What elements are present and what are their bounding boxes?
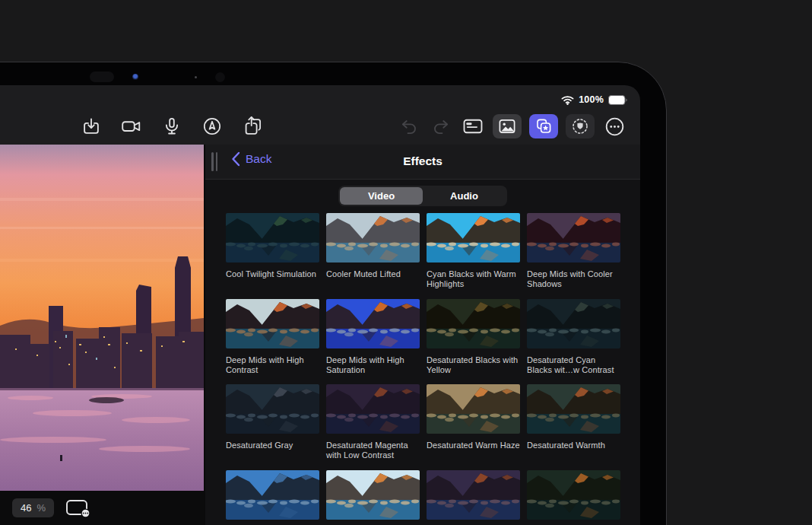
panel-title: Effects [205, 154, 640, 168]
import-button[interactable] [79, 114, 103, 138]
effect-thumbnail[interactable] [326, 299, 420, 348]
effect-label: Desaturated Magenta with Low Contrast [326, 441, 420, 460]
effect-label: Deep Mids with High Contrast [226, 355, 319, 375]
ipad-screen: 100% [0, 85, 640, 525]
viewer-options-icon [65, 498, 91, 518]
effect-thumbnail[interactable] [326, 470, 420, 520]
effects-grid: Cool Twilight SimulationCooler Muted Lif… [205, 206, 640, 525]
effect-label: Desaturated Warmth [527, 441, 620, 450]
effect-thumbnail[interactable] [427, 384, 520, 434]
effect-thumbnail[interactable] [527, 470, 620, 520]
effect-thumbnail[interactable] [226, 299, 319, 348]
jog-dial-icon [571, 117, 589, 135]
microphone-button[interactable] [160, 114, 184, 138]
share-button[interactable] [240, 114, 265, 138]
viewer-preview[interactable] [0, 145, 204, 491]
tab-audio[interactable]: Audio [423, 187, 506, 205]
jog-dial-button[interactable] [566, 114, 595, 138]
effect-card[interactable]: Desaturated Warmth [527, 384, 620, 470]
microphone-icon [162, 116, 182, 136]
camera-lens [215, 72, 225, 82]
undo-button[interactable] [397, 114, 421, 138]
marketing-canvas: 100% [0, 0, 812, 525]
media-icon [498, 118, 516, 135]
toolbar-left-group [79, 114, 265, 138]
draw-icon [202, 116, 222, 136]
record-video-button[interactable] [119, 114, 144, 138]
redo-icon [431, 116, 451, 136]
effect-label: Deep Mids with Cooler Shadows [527, 269, 620, 289]
more-icon [604, 116, 625, 137]
front-camera [132, 74, 138, 80]
camera-sensor [90, 72, 114, 82]
effect-thumbnail[interactable] [326, 384, 420, 434]
panel-header: Back Effects [205, 145, 640, 180]
effect-thumbnail[interactable] [527, 299, 620, 348]
effect-card[interactable]: Desaturated Magenta with Low Contrast [326, 384, 420, 470]
effect-label: Cyan Blacks with Warm Highlights [427, 269, 520, 289]
tab-video[interactable]: Video [340, 187, 423, 205]
effect-label: Desaturated Blacks with Yellow [427, 355, 520, 375]
effects-panel: Back Effects Video Audio Cool Twilight S… [205, 145, 640, 525]
toolbar-right-group [397, 114, 626, 138]
effect-thumbnail[interactable] [226, 213, 319, 262]
effect-card[interactable] [226, 470, 319, 525]
effect-card[interactable]: Cyan Blacks with Warm Highlights [427, 213, 520, 299]
undo-icon [399, 116, 419, 136]
status-bar: 100% [0, 85, 640, 108]
effect-card[interactable] [326, 470, 420, 525]
effect-thumbnail[interactable] [527, 384, 620, 434]
more-button[interactable] [602, 114, 626, 138]
zoom-value: 46 [21, 502, 31, 514]
effect-card[interactable]: Desaturated Gray [226, 384, 319, 470]
effect-label: Desaturated Gray [226, 441, 319, 450]
viewer-options-button[interactable] [65, 497, 92, 520]
import-icon [81, 116, 101, 136]
effect-thumbnail[interactable] [527, 213, 620, 262]
record-video-icon [120, 116, 143, 136]
ambient-sensor [195, 76, 197, 78]
effect-thumbnail[interactable] [226, 470, 319, 520]
effect-card[interactable] [427, 470, 520, 525]
redo-button[interactable] [429, 114, 453, 138]
effect-card[interactable]: Desaturated Blacks with Yellow [427, 299, 520, 385]
media-type-segmented-control: Video Audio [338, 186, 507, 206]
effect-thumbnail[interactable] [427, 213, 520, 262]
effect-card[interactable]: Desaturated Warm Haze [427, 384, 520, 470]
effect-thumbnail[interactable] [427, 470, 520, 520]
titles-button[interactable] [461, 114, 485, 138]
battery-percent: 100% [579, 94, 604, 105]
zoom-unit: % [36, 502, 46, 514]
effect-card[interactable]: Desaturated Cyan Blacks wit…w Contrast [527, 299, 620, 385]
effect-thumbnail[interactable] [427, 299, 520, 348]
effect-card[interactable]: Cooler Muted Lifted [326, 213, 420, 299]
main-area: 46 % [0, 145, 640, 525]
share-icon [242, 116, 263, 137]
titles-icon [462, 116, 484, 136]
effect-card[interactable]: Deep Mids with High Contrast [226, 299, 319, 385]
effect-card[interactable]: Deep Mids with Cooler Shadows [527, 213, 620, 299]
effect-card[interactable] [527, 470, 620, 525]
zoom-level-button[interactable]: 46 % [12, 498, 54, 517]
viewer-pane: 46 % [0, 145, 205, 525]
effect-thumbnail[interactable] [326, 213, 420, 262]
effect-label: Desaturated Cyan Blacks wit…w Contrast [527, 355, 620, 375]
effects-icon [534, 117, 553, 135]
battery-icon [608, 95, 628, 105]
effect-card[interactable]: Cool Twilight Simulation [226, 213, 319, 299]
effect-label: Cool Twilight Simulation [226, 269, 319, 279]
viewer-footer: 46 % [0, 491, 204, 525]
effect-label: Desaturated Warm Haze [427, 441, 520, 450]
wifi-icon [561, 95, 574, 105]
effects-button[interactable] [529, 114, 558, 138]
effect-label: Cooler Muted Lifted [326, 269, 420, 279]
app-toolbar [0, 108, 640, 145]
effect-thumbnail[interactable] [226, 384, 319, 434]
effect-card[interactable]: Deep Mids with High Saturation [326, 299, 420, 385]
sunset-skyline-image [0, 145, 204, 491]
effect-label: Deep Mids with High Saturation [326, 355, 420, 375]
draw-button[interactable] [200, 114, 224, 138]
media-browser-button[interactable] [493, 114, 522, 138]
